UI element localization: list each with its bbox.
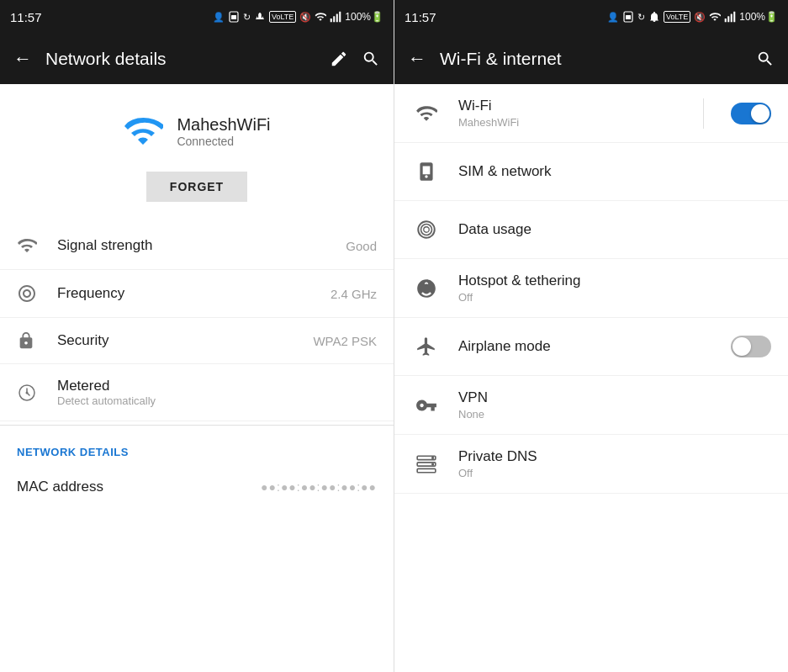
left-search-icon[interactable] [362,50,380,68]
left-edit-icon[interactable] [330,50,348,68]
menu-item-vpn[interactable]: VPN None [394,376,788,435]
frequency-label: Frequency [57,285,317,302]
wifi-connection-status: Connected [177,135,270,148]
dns-menu-title: Private DNS [458,448,771,465]
vpn-menu-title: VPN [458,389,771,406]
right-signal-icon [724,11,736,23]
left-content: MaheshWiFi Connected FORGET Signal stren… [0,84,394,672]
signal-strength-label: Signal strength [57,237,332,254]
svg-rect-4 [331,19,332,22]
left-header: ← Network details [0,34,394,84]
vpn-menu-text: VPN None [458,389,771,421]
menu-item-wifi[interactable]: Wi-Fi MaheshWiFi [394,84,788,143]
airplane-menu-text: Airplane mode [458,338,714,355]
security-row: Security WPA2 PSK [0,318,394,364]
wifi-info-card: MaheshWiFi Connected FORGET [0,84,394,222]
right-refresh-icon: ↻ [637,12,645,23]
wifi-divider [703,98,704,129]
data-menu-text: Data usage [458,221,771,238]
forget-button[interactable]: FORGET [146,172,247,202]
vpn-menu-subtitle: None [458,408,771,421]
vpn-menu-icon [411,390,442,421]
right-sim-icon [622,11,634,23]
svg-point-23 [431,463,434,465]
svg-rect-7 [339,12,341,23]
security-label: Security [57,332,299,349]
svg-point-18 [424,227,430,233]
mute-icon: 🔇 [299,12,311,23]
svg-point-17 [421,225,432,235]
lock-icon [17,331,44,350]
svg-point-22 [431,456,434,458]
dns-menu-icon [411,449,442,479]
sim-status-icon [228,11,240,23]
svg-rect-21 [417,468,436,472]
menu-item-airplane[interactable]: Airplane mode [394,318,788,376]
right-volte-icon: VoLTE [664,11,690,23]
right-header: ← Wi-Fi & internet [394,34,788,84]
person-icon: 👤 [213,12,225,23]
svg-rect-5 [333,16,335,22]
airplane-toggle[interactable] [731,336,771,357]
right-notif-icon [648,11,660,23]
frequency-row: Frequency 2.4 GHz [0,270,394,318]
airplane-toggle-knob [732,337,751,356]
right-back-button[interactable]: ← [408,48,426,70]
right-status-icons: 👤 ↻ VoLTE 🔇 100%🔋 [607,11,778,23]
menu-item-dns[interactable]: Private DNS Off [394,435,788,494]
security-value: WPA2 PSK [313,334,377,348]
menu-item-hotspot[interactable]: Hotspot & tethering Off [394,259,788,318]
sim-menu-icon [411,156,442,187]
signal-strength-row: Signal strength Good [0,222,394,270]
airplane-menu-title: Airplane mode [458,338,714,355]
mac-address-label: MAC address [17,479,103,495]
menu-item-sim[interactable]: SIM & network [394,143,788,201]
data-usage-icon [411,214,442,245]
svg-rect-14 [731,14,732,23]
svg-rect-15 [733,12,735,23]
notification-icon [254,11,266,23]
wifi-toggle[interactable] [731,103,771,124]
wifi-toggle-knob [751,104,769,123]
wifi-info-text: MaheshWiFi Connected [177,115,270,148]
svg-rect-12 [725,19,727,22]
left-header-title: Network details [45,49,316,69]
svg-rect-11 [626,15,631,19]
refresh-icon: ↻ [243,12,251,23]
svg-rect-6 [336,14,338,23]
network-details-section-header: NETWORK DETAILS [0,429,394,465]
svg-rect-2 [257,13,258,18]
metered-text: Metered Detect automatically [57,378,377,407]
hotspot-menu-title: Hotspot & tethering [458,273,771,289]
right-mute-icon: 🔇 [694,12,706,23]
metered-row: Metered Detect automatically [0,364,394,421]
svg-rect-1 [231,15,236,19]
mac-address-value: ●●:●●:●●:●●:●●:●● [261,480,377,494]
sim-menu-text: SIM & network [458,163,771,180]
sim-menu-title: SIM & network [458,163,771,180]
right-menu-content: Wi-Fi MaheshWiFi SIM & network Da [394,84,788,672]
frequency-icon [17,283,44,304]
svg-rect-13 [727,16,729,22]
dns-menu-subtitle: Off [458,467,771,479]
right-person-icon: 👤 [607,12,619,23]
svg-rect-3 [262,13,262,18]
right-search-icon[interactable] [756,50,775,68]
left-status-bar: 11:57 👤 ↻ VoLTE 🔇 [0,0,394,34]
right-wifi-icon [709,11,721,23]
metered-label: Metered [57,378,377,394]
right-status-bar: 11:57 👤 ↻ VoLTE 🔇 [394,0,788,34]
metered-sublabel: Detect automatically [57,394,377,407]
svg-point-9 [26,391,29,394]
hotspot-menu-subtitle: Off [458,291,771,304]
signal-strength-icon [17,235,44,256]
wifi-logo-icon [123,111,163,151]
dns-menu-text: Private DNS Off [458,448,771,479]
wifi-menu-subtitle: MaheshWiFi [458,116,686,129]
airplane-menu-icon [411,331,442,362]
data-menu-title: Data usage [458,221,771,238]
wifi-menu-icon [411,98,442,129]
menu-item-data[interactable]: Data usage [394,201,788,259]
right-panel: 11:57 👤 ↻ VoLTE 🔇 [394,0,788,672]
left-back-button[interactable]: ← [13,48,32,70]
